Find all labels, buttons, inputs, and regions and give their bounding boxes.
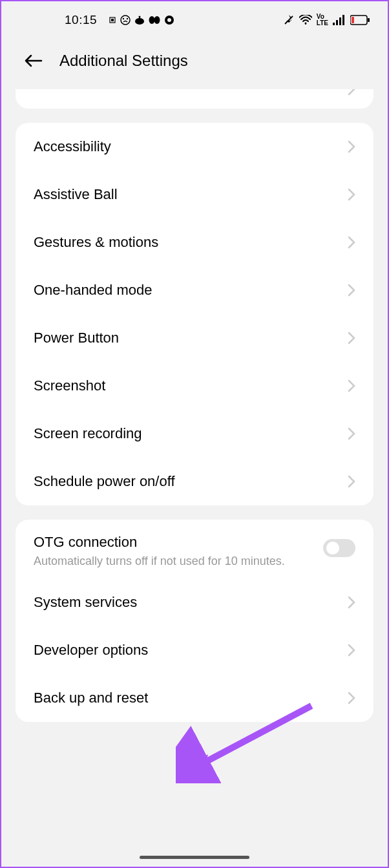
svg-rect-1 bbox=[111, 19, 114, 21]
card-group1: Accessibility Assistive Ball Gestures & … bbox=[16, 123, 373, 505]
row-subtitle: Automatically turns off if not used for … bbox=[34, 553, 310, 569]
back-arrow-icon bbox=[23, 54, 43, 68]
card-group2: OTG connection Automatically turns off i… bbox=[16, 520, 373, 722]
svg-rect-20 bbox=[352, 17, 354, 23]
svg-point-5 bbox=[135, 18, 144, 25]
row-assistive-ball[interactable]: Assistive Ball bbox=[16, 171, 373, 218]
signal-icon bbox=[333, 15, 346, 25]
back-button[interactable] bbox=[22, 53, 44, 69]
row-system-services[interactable]: System services bbox=[16, 578, 373, 626]
mute-icon bbox=[283, 14, 295, 26]
svg-point-9 bbox=[154, 16, 160, 24]
svg-point-13 bbox=[304, 23, 306, 25]
row-toggle-text: OTG connection Automatically turns off i… bbox=[34, 534, 323, 569]
status-left: 10:15 bbox=[65, 13, 174, 27]
svg-point-3 bbox=[123, 18, 124, 19]
svg-point-8 bbox=[149, 16, 155, 24]
row-label: Gestures & motions bbox=[34, 234, 158, 251]
row-label: Back up and reset bbox=[34, 690, 148, 706]
row-date-time[interactable]: Date & time bbox=[16, 89, 373, 109]
row-label: Developer options bbox=[34, 642, 148, 659]
row-screen-recording[interactable]: Screen recording bbox=[16, 410, 373, 458]
row-developer-options[interactable]: Developer options bbox=[16, 626, 373, 674]
pill-icon bbox=[149, 16, 160, 25]
chevron-right-icon bbox=[348, 236, 355, 249]
svg-rect-19 bbox=[368, 18, 370, 22]
chevron-right-icon bbox=[348, 89, 355, 96]
row-one-handed-mode[interactable]: One-handed mode bbox=[16, 266, 373, 314]
row-otg-connection[interactable]: OTG connection Automatically turns off i… bbox=[16, 520, 373, 578]
row-label: Schedule power on/off bbox=[34, 473, 175, 490]
chevron-right-icon bbox=[348, 332, 355, 344]
chevron-right-icon bbox=[348, 692, 355, 704]
chevron-right-icon bbox=[348, 284, 355, 297]
chevron-right-icon bbox=[348, 379, 355, 392]
volte-icon: VoLTE bbox=[317, 14, 328, 26]
svg-rect-16 bbox=[339, 17, 341, 25]
row-screenshot[interactable]: Screenshot bbox=[16, 362, 373, 410]
svg-point-4 bbox=[127, 18, 128, 19]
chevron-right-icon bbox=[348, 644, 355, 657]
chevron-right-icon bbox=[348, 188, 355, 201]
toggle-knob bbox=[326, 542, 339, 555]
row-label: OTG connection bbox=[34, 534, 310, 551]
chevron-right-icon bbox=[348, 596, 355, 609]
row-accessibility[interactable]: Accessibility bbox=[16, 123, 373, 171]
row-back-up-reset[interactable]: Back up and reset bbox=[16, 674, 373, 722]
chevron-right-icon bbox=[348, 140, 355, 153]
status-bar: 10:15 VoLTE bbox=[1, 1, 388, 34]
chevron-right-icon bbox=[348, 427, 355, 440]
row-label: System services bbox=[34, 594, 137, 611]
otg-toggle[interactable] bbox=[323, 539, 355, 557]
battery-icon bbox=[350, 15, 370, 25]
status-notification-icons bbox=[109, 15, 174, 25]
wifi-icon bbox=[299, 15, 312, 25]
row-power-button[interactable]: Power Button bbox=[16, 314, 373, 362]
svg-rect-17 bbox=[342, 15, 344, 25]
row-label: Date & time bbox=[34, 89, 121, 96]
status-time: 10:15 bbox=[65, 13, 97, 27]
status-right: VoLTE bbox=[283, 14, 370, 26]
circle-icon bbox=[164, 15, 174, 25]
row-label: Screenshot bbox=[34, 377, 105, 394]
row-label: Power Button bbox=[34, 330, 119, 346]
svg-rect-15 bbox=[336, 20, 338, 25]
svg-rect-14 bbox=[333, 23, 335, 25]
row-schedule-power[interactable]: Schedule power on/off bbox=[16, 458, 373, 505]
row-label: One-handed mode bbox=[34, 282, 152, 299]
svg-marker-23 bbox=[182, 754, 208, 778]
svg-line-12 bbox=[285, 16, 293, 24]
svg-point-2 bbox=[121, 16, 130, 25]
card-partial: Date & time bbox=[16, 89, 373, 109]
app-header: Additional Settings bbox=[1, 34, 388, 89]
chevron-right-icon bbox=[348, 475, 355, 488]
row-gestures-motions[interactable]: Gestures & motions bbox=[16, 218, 373, 266]
row-label: Assistive Ball bbox=[34, 186, 118, 203]
row-label: Accessibility bbox=[34, 138, 111, 155]
content-area: Date & time Accessibility Assistive Ball… bbox=[1, 89, 388, 722]
home-indicator[interactable] bbox=[140, 856, 249, 859]
reddit-icon bbox=[134, 16, 145, 25]
charging-icon bbox=[109, 16, 116, 24]
svg-point-11 bbox=[167, 18, 171, 22]
page-title: Additional Settings bbox=[59, 52, 188, 70]
row-label: Screen recording bbox=[34, 425, 142, 442]
nosmoke-icon bbox=[120, 15, 131, 25]
